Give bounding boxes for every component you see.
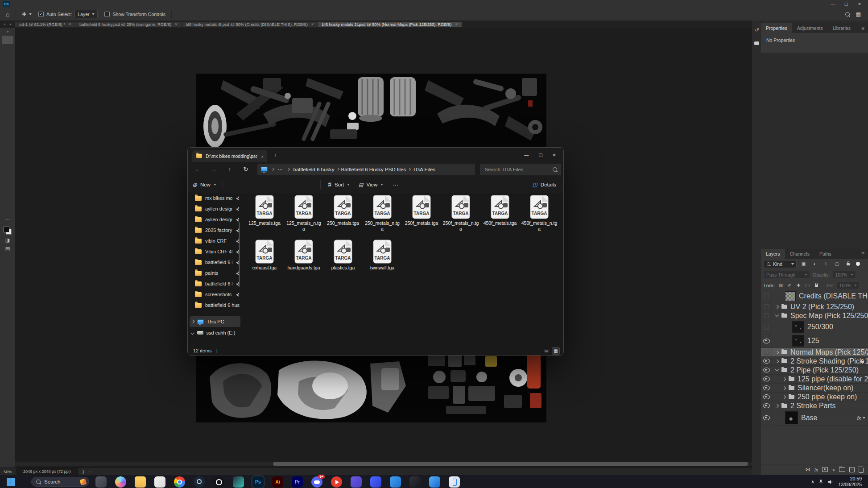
- eraser-tool[interactable]: [2, 129, 13, 137]
- type-tool[interactable]: [2, 171, 13, 180]
- taskbar-clock[interactable]: 20:59 13/08/2025: [838, 476, 862, 488]
- lock-all-icon[interactable]: [813, 283, 819, 288]
- file-tile[interactable]: TARGA 125_metals_n.tga: [284, 194, 323, 238]
- new-button[interactable]: New: [188, 182, 221, 188]
- phone-link-icon[interactable]: [449, 476, 460, 488]
- start-button[interactable]: [7, 478, 15, 486]
- lock-artboard-icon[interactable]: ▢: [804, 283, 810, 288]
- sidebar-folder-item[interactable]: aylien design: [188, 214, 242, 225]
- expander-icon[interactable]: [775, 404, 779, 407]
- lock-paint-icon[interactable]: ✐: [786, 283, 793, 288]
- file-tile[interactable]: TARGA twinwall.tga: [363, 238, 402, 283]
- obs-icon[interactable]: [213, 476, 224, 488]
- layer-thumbnail[interactable]: [792, 335, 804, 347]
- restore-icon[interactable]: [840, 2, 852, 6]
- sidebar-drive-item[interactable]: This PC: [190, 316, 240, 327]
- visibility-toggle[interactable]: [761, 366, 772, 374]
- close-tab-icon[interactable]: [174, 22, 177, 26]
- crop-tool[interactable]: [2, 70, 13, 78]
- close-tab-icon[interactable]: [311, 22, 314, 26]
- sidebar-folder-item[interactable]: paints: [188, 268, 242, 278]
- explorer-tab[interactable]: D:\mx bikes modding\psds\m: [192, 150, 267, 162]
- photos-app-icon[interactable]: [429, 476, 440, 488]
- frame-tool[interactable]: [2, 78, 13, 87]
- show-transform-checkbox[interactable]: [104, 12, 110, 17]
- tab-channels[interactable]: Channels: [785, 249, 814, 259]
- sidebar-folder-item[interactable]: vibin CRF: [188, 236, 242, 246]
- new-group-icon[interactable]: [839, 467, 845, 472]
- check-app-icon[interactable]: [390, 476, 401, 488]
- breadcrumb-item[interactable]: battlefield 6 husky: [293, 167, 341, 172]
- layer-row[interactable]: Silencer(keep on): [761, 384, 868, 393]
- marquee-tool[interactable]: [2, 44, 13, 53]
- sidebar-scrollbar[interactable]: [239, 222, 240, 287]
- fill-field[interactable]: 100%: [836, 281, 860, 289]
- sidebar-folder-item[interactable]: aylien design: [188, 203, 242, 214]
- visibility-toggle[interactable]: [761, 384, 772, 392]
- auto-select-checkbox[interactable]: [38, 12, 44, 17]
- link-layers-icon[interactable]: [806, 467, 810, 472]
- filter-toggle-icon[interactable]: [856, 262, 860, 266]
- microphone-icon[interactable]: [818, 479, 823, 484]
- details-pane-button[interactable]: Details: [533, 182, 564, 188]
- visibility-toggle[interactable]: [761, 334, 772, 347]
- sidebar-folder-item[interactable]: 2025 factory: [188, 225, 242, 236]
- close-all-icon[interactable]: [9, 22, 12, 26]
- layer-thumbnail[interactable]: [785, 291, 796, 301]
- expander-icon[interactable]: [775, 359, 779, 363]
- layer-thumbnail[interactable]: [785, 411, 798, 424]
- dodge-tool[interactable]: [2, 154, 13, 163]
- toolbar-collapse-icon[interactable]: »: [6, 29, 8, 34]
- breadcrumb-overflow[interactable]: ⋯: [278, 166, 283, 173]
- eyedropper-tool[interactable]: [2, 87, 13, 95]
- tab-overflow-icon[interactable]: [4, 22, 5, 26]
- panel-menu-icon[interactable]: [861, 249, 868, 259]
- layer-row[interactable]: 250 pipe (keep on): [761, 393, 868, 401]
- file-tile[interactable]: TARGA 250f_metals_n.tga: [441, 194, 480, 238]
- filter-smart-objects-icon[interactable]: [844, 261, 852, 266]
- status-chevron-icon[interactable]: [82, 470, 85, 474]
- visibility-toggle[interactable]: [761, 302, 772, 311]
- notes-purple-app-icon[interactable]: [351, 476, 362, 488]
- minimize-icon[interactable]: [524, 153, 529, 157]
- notepad-app-icon[interactable]: [95, 476, 107, 488]
- home-icon[interactable]: [3, 11, 12, 18]
- filter-shape-layers-icon[interactable]: ▢: [833, 261, 841, 266]
- file-tile[interactable]: TARGA 125_metals.tga: [245, 194, 284, 238]
- layer-row[interactable]: 2 Pipe (Pick 125/250): [761, 366, 868, 375]
- dark-app-icon[interactable]: [409, 476, 421, 488]
- sidebar-folder-item[interactable]: battlefield 6 hus: [188, 300, 242, 310]
- file-tile[interactable]: TARGA 250f_metals.tga: [402, 194, 441, 238]
- breadcrumb-item[interactable]: TGA Files: [413, 167, 435, 172]
- illustrator-icon[interactable]: Ai: [272, 476, 283, 488]
- layer-row[interactable]: 125 pipe (disable for 250): [761, 375, 868, 384]
- refresh-icon[interactable]: [238, 166, 254, 173]
- file-tile[interactable]: TARGA 450f_metals_n.tga: [520, 194, 559, 238]
- expander-icon[interactable]: [782, 386, 786, 389]
- hidden-icons-chevron[interactable]: [811, 480, 814, 484]
- layer-thumbnail[interactable]: [792, 321, 804, 333]
- screen-mode-icon[interactable]: ▤: [5, 246, 10, 252]
- edit-toolbar-icon[interactable]: ⋯: [5, 216, 10, 222]
- layer-style-icon[interactable]: fx: [814, 467, 818, 472]
- layer-row[interactable]: 2 Stroke Parts: [761, 401, 868, 410]
- layer-row[interactable]: 250/300: [761, 320, 868, 334]
- expander-icon[interactable]: [191, 331, 194, 335]
- visibility-toggle[interactable]: [761, 375, 772, 383]
- speaker-icon[interactable]: [828, 480, 834, 484]
- sidebar-folder-item[interactable]: battlefield 6 h: [188, 278, 242, 289]
- close-tab-icon[interactable]: [455, 22, 457, 26]
- panel-menu-icon[interactable]: [861, 23, 868, 33]
- sidebar-folder-item[interactable]: battlefield 6 h: [188, 257, 242, 268]
- tab-adjustments[interactable]: Adjustments: [792, 23, 828, 33]
- visibility-toggle[interactable]: [761, 290, 772, 302]
- file-tile[interactable]: TARGA handguards.tga: [284, 238, 323, 283]
- close-tab-icon[interactable]: [260, 153, 264, 159]
- color-swatches[interactable]: [4, 227, 12, 235]
- explorer-title-bar[interactable]: D:\mx bikes modding\psds\m: [188, 148, 563, 162]
- close-tab-icon[interactable]: [68, 22, 71, 26]
- history-brush-tool[interactable]: [2, 120, 13, 129]
- filter-type-layers-icon[interactable]: T: [822, 261, 830, 266]
- file-tile[interactable]: TARGA plastics.tga: [323, 238, 363, 283]
- move-tool[interactable]: [2, 36, 13, 44]
